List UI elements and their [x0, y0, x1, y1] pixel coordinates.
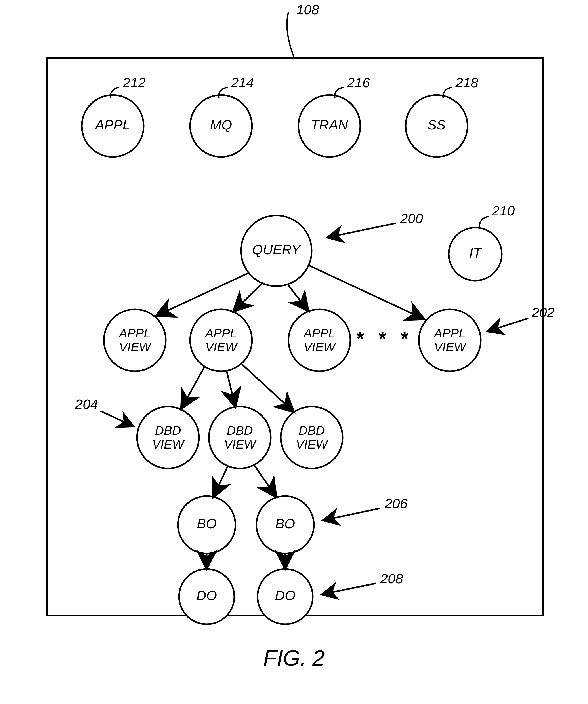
ref-206: 206 — [384, 496, 408, 511]
svg-line-27 — [233, 282, 263, 311]
node-do-2: DO — [258, 569, 313, 624]
node-bo-1: BO — [178, 496, 235, 553]
svg-line-47 — [323, 508, 380, 520]
svg-text:VIEW: VIEW — [224, 437, 257, 451]
svg-text:APPL: APPL — [433, 326, 466, 340]
ref-202: 202 — [531, 305, 554, 320]
svg-text:DBD: DBD — [155, 423, 181, 437]
svg-text:APPL: APPL — [303, 326, 335, 340]
node-bo-2: BO — [256, 496, 314, 553]
node-appl-view-2: APPL VIEW — [190, 309, 252, 371]
ref-210: 210 — [492, 203, 515, 218]
diagram-page: 108 APPL 212 MQ 214 TRAN 216 SS 218 IT 2… — [0, 0, 588, 704]
node-it: IT — [449, 228, 502, 281]
node-ss: SS — [406, 95, 468, 157]
svg-text:TRAN: TRAN — [311, 117, 348, 132]
node-dbd-view-2: DBD VIEW — [209, 407, 271, 468]
ref-200: 200 — [400, 211, 423, 226]
node-appl-view-3: APPL VIEW — [288, 309, 351, 371]
svg-text:VIEW: VIEW — [304, 340, 336, 354]
svg-text:VIEW: VIEW — [296, 437, 328, 451]
ref-212: 212 — [122, 75, 146, 90]
svg-line-28 — [287, 284, 308, 311]
svg-line-48 — [213, 466, 228, 497]
node-do-1: DO — [179, 569, 234, 624]
svg-line-54 — [322, 583, 376, 594]
svg-text:APPL: APPL — [94, 117, 130, 132]
figure-caption: FIG. 2 — [0, 645, 588, 670]
ellipsis: * * * — [356, 328, 413, 350]
svg-text:VIEW: VIEW — [152, 437, 185, 451]
svg-text:VIEW: VIEW — [119, 340, 152, 354]
svg-text:BO: BO — [275, 516, 295, 531]
svg-text:MQ: MQ — [210, 117, 232, 132]
node-dbd-view-1: DBD VIEW — [137, 407, 199, 468]
svg-text:DBD: DBD — [299, 423, 325, 437]
ref-214: 214 — [231, 75, 254, 90]
svg-text:APPL: APPL — [205, 326, 237, 340]
node-query: QUERY — [241, 216, 312, 286]
ref-218: 218 — [455, 75, 478, 90]
svg-line-33 — [101, 411, 134, 426]
svg-text:SS: SS — [428, 117, 446, 132]
svg-line-42 — [242, 364, 294, 412]
svg-text:DBD: DBD — [227, 423, 253, 437]
ref-204: 204 — [75, 396, 98, 412]
node-tran: TRAN — [299, 95, 360, 157]
diagram-svg: 108 APPL 212 MQ 214 TRAN 216 SS 218 IT 2… — [0, 0, 588, 704]
ref-208: 208 — [380, 571, 403, 586]
svg-line-12 — [327, 223, 396, 238]
svg-text:VIEW: VIEW — [434, 340, 467, 354]
node-appl: APPL — [82, 95, 144, 157]
node-dbd-view-3: DBD VIEW — [281, 407, 342, 468]
svg-text:IT: IT — [469, 245, 482, 260]
node-appl-view-4: APPL VIEW — [419, 309, 481, 371]
svg-text:APPL: APPL — [118, 326, 151, 340]
svg-text:DO: DO — [275, 588, 296, 603]
node-appl-view-1: APPL VIEW — [104, 309, 166, 371]
ref-108: 108 — [296, 2, 319, 17]
svg-text:BO: BO — [197, 516, 217, 531]
ref-216: 216 — [347, 75, 370, 90]
svg-text:VIEW: VIEW — [205, 340, 238, 354]
svg-line-49 — [254, 465, 276, 497]
svg-text:DO: DO — [197, 588, 217, 603]
svg-line-40 — [181, 367, 205, 409]
node-mq: MQ — [190, 95, 252, 157]
svg-line-41 — [226, 371, 235, 407]
svg-line-25 — [487, 318, 528, 332]
svg-text:QUERY: QUERY — [252, 242, 302, 257]
